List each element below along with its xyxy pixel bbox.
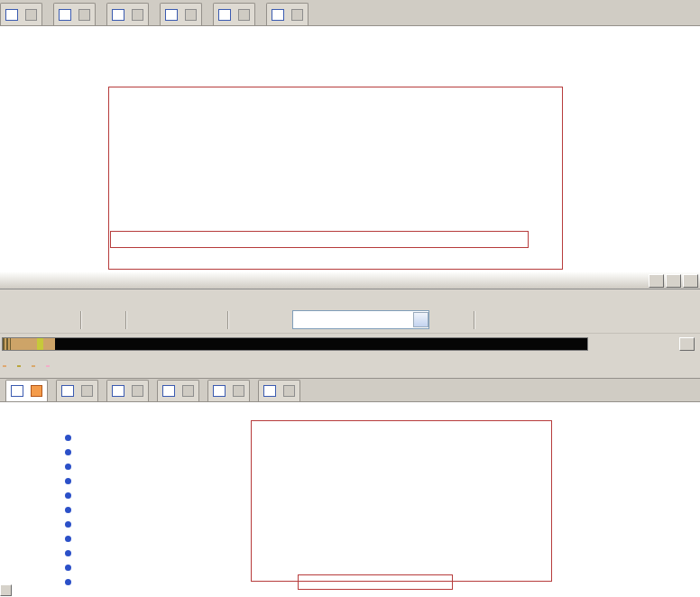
desktop-windows-icon[interactable] bbox=[21, 311, 40, 329]
disasm-line[interactable] bbox=[0, 518, 700, 532]
band-segment-regular-function-2[interactable] bbox=[43, 338, 55, 350]
disasm-line[interactable] bbox=[0, 546, 700, 561]
close-icon[interactable] bbox=[185, 9, 197, 21]
disasm-line[interactable] bbox=[0, 111, 700, 126]
disasm-line[interactable] bbox=[0, 96, 700, 111]
callees-graph-icon[interactable] bbox=[168, 311, 187, 329]
close-icon[interactable] bbox=[182, 385, 194, 397]
disasm-line[interactable] bbox=[0, 264, 700, 272]
add-window-icon[interactable] bbox=[660, 311, 679, 329]
breakpoint-list-icon[interactable] bbox=[478, 311, 497, 329]
disasm-line[interactable] bbox=[0, 126, 700, 142]
window-titlebar[interactable] bbox=[0, 272, 700, 289]
disasm-line[interactable] bbox=[0, 460, 700, 474]
comment-line[interactable] bbox=[0, 30, 700, 45]
open-subviews-icon[interactable] bbox=[2, 311, 21, 329]
close-icon[interactable] bbox=[238, 9, 250, 21]
disasm-line[interactable] bbox=[0, 575, 700, 590]
maximize-button[interactable] bbox=[666, 274, 681, 288]
disassembly-view-top[interactable] bbox=[0, 26, 700, 272]
window-list-icon[interactable] bbox=[679, 311, 698, 329]
callers-graph-icon[interactable] bbox=[149, 311, 168, 329]
disasm-line[interactable] bbox=[0, 234, 700, 249]
tab-hex-view-1[interactable] bbox=[53, 3, 96, 25]
breakpoint-dot[interactable] bbox=[65, 478, 71, 484]
minimize-button[interactable] bbox=[649, 274, 664, 288]
disasm-line[interactable] bbox=[0, 203, 700, 218]
disasm-line[interactable] bbox=[0, 445, 700, 460]
close-icon[interactable] bbox=[78, 9, 90, 21]
navigation-band[interactable] bbox=[2, 337, 588, 351]
attach-process-icon[interactable] bbox=[433, 311, 452, 329]
cancel-graph-icon[interactable] bbox=[206, 311, 225, 329]
close-icon[interactable] bbox=[283, 385, 295, 397]
breakpoint-dot[interactable] bbox=[65, 464, 71, 470]
close-button[interactable] bbox=[683, 274, 698, 288]
disasm-line[interactable] bbox=[0, 503, 700, 518]
chevron-down-icon[interactable] bbox=[413, 312, 428, 327]
tab-structures[interactable] bbox=[106, 3, 149, 25]
close-icon[interactable] bbox=[25, 9, 37, 21]
search-icon[interactable] bbox=[59, 311, 78, 329]
close-icon[interactable] bbox=[132, 385, 143, 397]
debugger-window-icon[interactable] bbox=[452, 311, 471, 329]
disasm-line[interactable] bbox=[0, 218, 700, 234]
scrollbar-corner-button[interactable] bbox=[0, 584, 12, 596]
breakpoint-dot[interactable] bbox=[65, 492, 71, 499]
breakpoint-dot[interactable] bbox=[65, 521, 71, 528]
disasm-line[interactable] bbox=[0, 489, 700, 503]
pause-process-icon[interactable] bbox=[251, 311, 270, 329]
comment-line[interactable] bbox=[0, 76, 700, 91]
breakpoint-dot[interactable] bbox=[65, 507, 71, 513]
breakpoint-dot[interactable] bbox=[65, 449, 71, 455]
stop-process-icon[interactable] bbox=[270, 311, 289, 329]
band-segment-dark[interactable] bbox=[55, 338, 587, 350]
tab-enums[interactable] bbox=[160, 3, 202, 25]
disasm-line[interactable] bbox=[0, 417, 700, 431]
tab-imports[interactable] bbox=[213, 3, 255, 25]
graph-view-icon[interactable] bbox=[130, 311, 149, 329]
disasm-line[interactable] bbox=[0, 561, 700, 575]
band-segment-stripes[interactable] bbox=[3, 338, 11, 350]
disassembly-view-ida-a[interactable] bbox=[0, 402, 700, 597]
breakpoint-dot[interactable] bbox=[65, 435, 71, 441]
flow-chart-icon[interactable] bbox=[187, 311, 206, 329]
comment-line[interactable] bbox=[0, 60, 700, 76]
breakpoint-dot[interactable] bbox=[65, 536, 71, 542]
window-split-left-icon[interactable] bbox=[622, 311, 641, 329]
disasm-line[interactable] bbox=[0, 157, 700, 172]
close-icon[interactable] bbox=[291, 9, 303, 21]
debugger-selector[interactable] bbox=[292, 310, 429, 329]
disasm-line[interactable] bbox=[0, 431, 700, 445]
start-process-icon[interactable] bbox=[232, 311, 251, 329]
disasm-line[interactable] bbox=[0, 172, 700, 188]
band-segment-regular-function[interactable] bbox=[11, 338, 37, 350]
tab-program-segmentation[interactable] bbox=[0, 3, 42, 25]
window-split-right-icon[interactable] bbox=[641, 311, 660, 329]
breakpoint-dot[interactable] bbox=[65, 579, 71, 585]
band-segment-unexplored[interactable] bbox=[37, 338, 43, 350]
tab-hex-view-1[interactable] bbox=[106, 380, 149, 401]
tab-enums[interactable] bbox=[207, 380, 250, 401]
close-icon[interactable] bbox=[132, 9, 143, 21]
breakpoint-dot[interactable] bbox=[65, 565, 71, 571]
disasm-line[interactable] bbox=[0, 142, 700, 157]
close-icon[interactable] bbox=[81, 385, 93, 397]
tab-imports[interactable] bbox=[258, 380, 300, 401]
navband-options-button[interactable] bbox=[679, 337, 695, 351]
comment-line[interactable] bbox=[0, 45, 700, 60]
disasm-line[interactable] bbox=[0, 532, 700, 546]
close-icon[interactable] bbox=[31, 385, 42, 397]
tab-structures[interactable] bbox=[157, 380, 199, 401]
jump-next-icon[interactable] bbox=[40, 311, 59, 329]
disasm-line[interactable] bbox=[0, 474, 700, 489]
disasm-line[interactable] bbox=[0, 590, 700, 597]
close-icon[interactable] bbox=[233, 385, 244, 397]
disasm-line[interactable] bbox=[0, 249, 700, 264]
disasm-line[interactable] bbox=[0, 188, 700, 203]
tab-ida-view-a[interactable] bbox=[5, 380, 48, 401]
tab-exports[interactable] bbox=[266, 3, 309, 25]
disasm-line[interactable] bbox=[0, 402, 700, 417]
breakpoint-dot[interactable] bbox=[65, 550, 71, 556]
tab-program-segmentation[interactable] bbox=[56, 380, 98, 401]
